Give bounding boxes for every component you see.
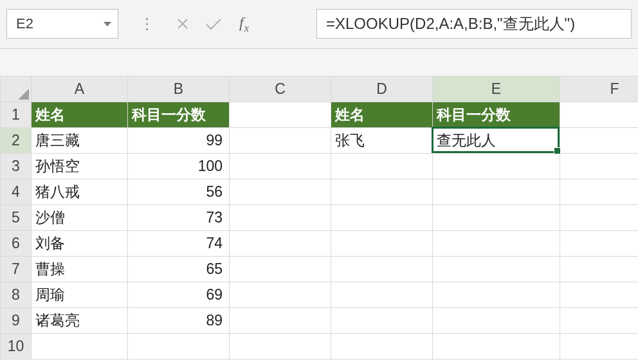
cell-F9[interactable] (560, 308, 639, 334)
cell-A2[interactable]: 唐三藏 (32, 128, 128, 154)
cell-A4[interactable]: 猪八戒 (32, 179, 128, 205)
insert-function-button[interactable]: fx (229, 9, 260, 39)
formula-bar-buttons: fx (140, 9, 260, 39)
cell-C6[interactable] (230, 231, 331, 257)
cell-F7[interactable] (560, 257, 639, 282)
cell-B10[interactable] (128, 334, 230, 359)
cell-B6[interactable]: 74 (128, 231, 230, 257)
col-header-C[interactable]: C (230, 77, 331, 102)
cell-B4[interactable]: 56 (128, 179, 230, 205)
row-header-8[interactable]: 8 (1, 282, 32, 308)
cell-C5[interactable] (230, 205, 331, 231)
select-all-corner[interactable] (1, 77, 32, 102)
row-header-5[interactable]: 5 (1, 205, 32, 231)
cell-D6[interactable] (331, 231, 433, 257)
cell-D9[interactable] (331, 308, 433, 334)
cell-B7[interactable]: 65 (128, 257, 230, 282)
cell-E10[interactable] (433, 334, 560, 359)
cell-C9[interactable] (230, 308, 331, 334)
formula-bar-area: E2 fx =XLOOKUP(D2,A:A,B:B,"查无此人") (0, 0, 638, 49)
cell-E7[interactable] (433, 257, 560, 282)
cell-B3[interactable]: 100 (128, 154, 230, 179)
cell-F3[interactable] (560, 154, 639, 179)
cell-C7[interactable] (230, 257, 331, 282)
cell-A1[interactable]: 姓名 (32, 102, 128, 128)
cell-E4[interactable] (433, 179, 560, 205)
cell-D1[interactable]: 姓名 (331, 102, 433, 128)
cancel-button[interactable] (167, 9, 198, 39)
name-box-dropdown-icon[interactable] (104, 22, 111, 26)
cell-A5[interactable]: 沙僧 (32, 205, 128, 231)
cell-D4[interactable] (331, 179, 433, 205)
row-header-6[interactable]: 6 (1, 231, 32, 257)
cell-D3[interactable] (331, 154, 433, 179)
cell-B9[interactable]: 89 (128, 308, 230, 334)
cell-A7[interactable]: 曹操 (32, 257, 128, 282)
col-header-B[interactable]: B (128, 77, 230, 102)
cell-C1[interactable] (230, 102, 331, 128)
cell-E5[interactable] (433, 205, 560, 231)
cell-E9[interactable] (433, 308, 560, 334)
cell-A9[interactable]: 诸葛亮 (32, 308, 128, 334)
formula-text: =XLOOKUP(D2,A:A,B:B,"查无此人") (326, 14, 575, 34)
cell-E2[interactable]: 查无此人 (433, 128, 560, 154)
cell-A8[interactable]: 周瑜 (32, 282, 128, 308)
cell-B2[interactable]: 99 (128, 128, 230, 154)
col-header-F[interactable]: F (560, 77, 639, 102)
cell-F2[interactable] (560, 128, 639, 154)
cell-F6[interactable] (560, 231, 639, 257)
name-box-value: E2 (16, 15, 33, 32)
cell-D5[interactable] (331, 205, 433, 231)
enter-button[interactable] (198, 9, 229, 39)
cell-F1[interactable] (560, 102, 639, 128)
cell-C4[interactable] (230, 179, 331, 205)
row-header-7[interactable]: 7 (1, 257, 32, 282)
col-header-D[interactable]: D (331, 77, 433, 102)
cell-F5[interactable] (560, 205, 639, 231)
cell-C3[interactable] (230, 154, 331, 179)
cell-A10[interactable] (32, 334, 128, 359)
cell-C10[interactable] (230, 334, 331, 359)
formula-input[interactable]: =XLOOKUP(D2,A:A,B:B,"查无此人") (316, 9, 632, 39)
name-box[interactable]: E2 (6, 9, 118, 39)
cell-D7[interactable] (331, 257, 433, 282)
vertical-dots-icon (140, 18, 153, 30)
row-header-9[interactable]: 9 (1, 308, 32, 334)
cell-E1[interactable]: 科目一分数 (433, 102, 560, 128)
cell-F8[interactable] (560, 282, 639, 308)
row-header-2[interactable]: 2 (1, 128, 32, 154)
cell-E3[interactable] (433, 154, 560, 179)
cell-A3[interactable]: 孙悟空 (32, 154, 128, 179)
row-header-10[interactable]: 10 (1, 334, 32, 359)
cell-E8[interactable] (433, 282, 560, 308)
col-header-A[interactable]: A (32, 77, 128, 102)
spreadsheet-grid[interactable]: A B C D E F 1 姓名 科目一分数 姓名 科目一分数 2 唐三藏 99… (0, 76, 638, 364)
row-header-1[interactable]: 1 (1, 102, 32, 128)
fx-icon: fx (239, 14, 250, 34)
cell-E6[interactable] (433, 231, 560, 257)
cell-A6[interactable]: 刘备 (32, 231, 128, 257)
cell-D8[interactable] (331, 282, 433, 308)
cell-F10[interactable] (560, 334, 639, 359)
cell-D10[interactable] (331, 334, 433, 359)
col-header-E[interactable]: E (433, 77, 560, 102)
cell-C2[interactable] (230, 128, 331, 154)
row-header-3[interactable]: 3 (1, 154, 32, 179)
cell-B8[interactable]: 69 (128, 282, 230, 308)
cell-F4[interactable] (560, 179, 639, 205)
cell-C8[interactable] (230, 282, 331, 308)
row-header-4[interactable]: 4 (1, 179, 32, 205)
cell-D2[interactable]: 张飞 (331, 128, 433, 154)
cell-B5[interactable]: 73 (128, 205, 230, 231)
cell-B1[interactable]: 科目一分数 (128, 102, 230, 128)
